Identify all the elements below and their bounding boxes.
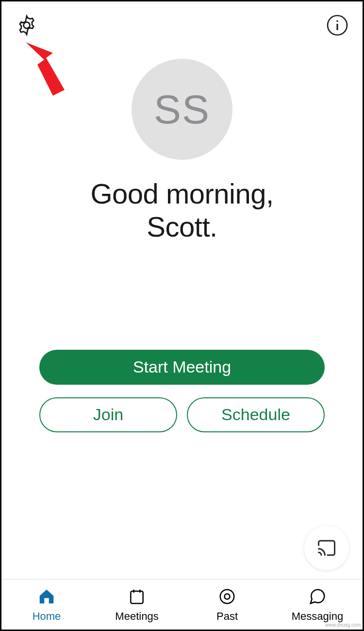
record-icon	[216, 587, 238, 606]
svg-point-2	[336, 20, 338, 22]
header-bar	[1, 1, 363, 40]
cast-icon	[316, 537, 337, 559]
gear-icon	[15, 14, 38, 37]
settings-button[interactable]	[14, 13, 39, 38]
home-icon	[35, 587, 58, 606]
info-icon	[326, 14, 349, 37]
start-meeting-label: Start Meeting	[133, 358, 231, 376]
tab-past[interactable]: Past	[182, 580, 272, 630]
app-frame: SS Good morning, Scott. Start Meeting Jo…	[0, 0, 364, 631]
avatar-initials: SS	[154, 86, 210, 133]
greeting-text: Good morning, Scott.	[90, 177, 273, 244]
join-label: Join	[93, 405, 123, 424]
cast-button[interactable]	[304, 526, 349, 570]
tab-messaging-label: Messaging	[292, 610, 343, 623]
greeting-line2: Scott.	[147, 211, 217, 242]
tab-meetings[interactable]: Meetings	[92, 580, 182, 630]
svg-point-8	[224, 594, 230, 599]
svg-point-7	[220, 589, 234, 603]
action-buttons: Start Meeting Join Schedule	[1, 350, 363, 432]
join-button[interactable]: Join	[39, 397, 177, 432]
tab-meetings-label: Meetings	[115, 610, 158, 623]
start-meeting-button[interactable]: Start Meeting	[39, 350, 325, 385]
tab-home[interactable]: Home	[1, 580, 92, 630]
info-button[interactable]	[325, 13, 350, 38]
calendar-icon	[126, 587, 148, 606]
main-content: SS Good morning, Scott. Start Meeting Jo…	[1, 40, 363, 579]
svg-rect-4	[131, 591, 143, 603]
user-avatar[interactable]: SS	[132, 59, 232, 160]
tab-home-label: Home	[33, 610, 61, 623]
svg-point-0	[24, 22, 30, 29]
chat-icon	[306, 587, 329, 606]
tab-bar: Home Meetings Past	[1, 579, 363, 630]
schedule-label: Schedule	[221, 405, 290, 424]
secondary-button-row: Join Schedule	[39, 397, 325, 432]
tab-messaging[interactable]: Messaging	[272, 580, 363, 630]
schedule-button[interactable]: Schedule	[187, 397, 325, 432]
tab-past-label: Past	[216, 610, 238, 623]
greeting-line1: Good morning,	[90, 178, 273, 209]
